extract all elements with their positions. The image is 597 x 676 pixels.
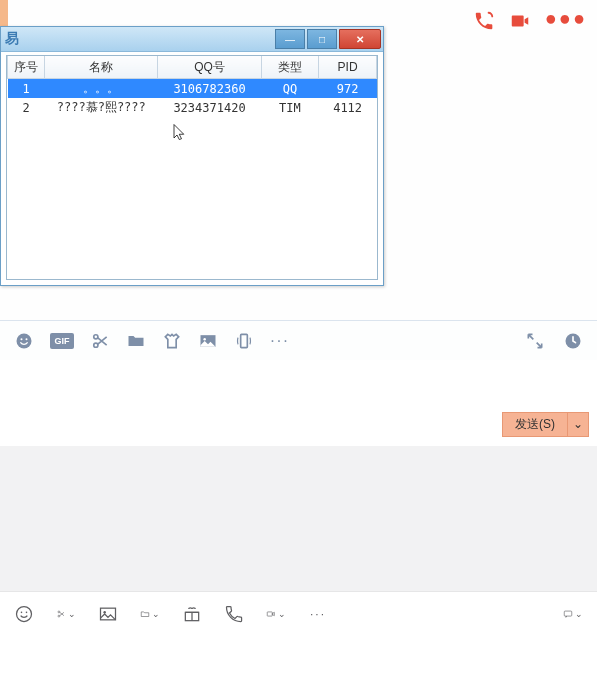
cell-name: ????慕?熙???? (45, 98, 158, 117)
chat-icon[interactable]: ⌄ (563, 604, 583, 624)
scissors-icon[interactable] (90, 331, 110, 351)
video-icon[interactable] (509, 10, 531, 35)
svg-point-6 (203, 338, 206, 341)
history-icon[interactable] (563, 331, 583, 351)
column-header[interactable]: 类型 (261, 56, 319, 79)
column-header[interactable]: QQ号 (158, 56, 261, 79)
cell-pid: 972 (319, 79, 377, 99)
column-header[interactable]: PID (319, 56, 377, 79)
bottom-toolbar: ⌄ ⌄ ⌄ ··· ⌄ (0, 591, 597, 636)
more-icon[interactable]: ··· (308, 604, 328, 624)
svg-rect-7 (241, 334, 248, 347)
send-dropdown[interactable]: ⌄ (567, 413, 588, 436)
svg-point-11 (26, 612, 28, 614)
editor-toolbar: GIF ··· (0, 320, 597, 360)
tshirt-icon[interactable] (162, 331, 182, 351)
expand-icon[interactable] (525, 331, 545, 351)
svg-point-0 (17, 333, 32, 348)
table-row[interactable]: 2????慕?熙????3234371420TIM4112 (8, 98, 377, 117)
svg-point-13 (58, 611, 60, 613)
cell-qq: 3106782360 (158, 79, 261, 99)
cell-pid: 4112 (319, 98, 377, 117)
cell-idx: 1 (8, 79, 45, 99)
svg-point-9 (17, 607, 32, 622)
folder-icon[interactable] (126, 331, 146, 351)
popup-window: 易 — □ ✕ 序号名称QQ号类型PID 1。。。3106782360QQ972… (0, 26, 384, 286)
svg-point-2 (26, 338, 28, 340)
close-button[interactable]: ✕ (339, 29, 381, 49)
svg-rect-17 (267, 612, 272, 616)
data-grid[interactable]: 序号名称QQ号类型PID 1。。。3106782360QQ9722????慕?熙… (6, 55, 378, 280)
phone-icon[interactable] (224, 604, 244, 624)
phone-shake-icon[interactable] (234, 331, 254, 351)
folder-icon[interactable]: ⌄ (140, 604, 160, 624)
emoji-icon[interactable] (14, 331, 34, 351)
scissors-icon[interactable]: ⌄ (56, 604, 76, 624)
phone-icon[interactable] (473, 10, 495, 35)
minimize-button[interactable]: — (275, 29, 305, 49)
svg-rect-18 (564, 611, 572, 616)
table-row[interactable]: 1。。。3106782360QQ972 (8, 79, 377, 99)
gift-icon[interactable] (182, 604, 202, 624)
column-header[interactable]: 名称 (45, 56, 158, 79)
cell-type: QQ (261, 79, 319, 99)
maximize-button[interactable]: □ (307, 29, 337, 49)
image-icon[interactable] (198, 331, 218, 351)
svg-point-12 (58, 615, 60, 617)
emoji-icon[interactable] (14, 604, 34, 624)
column-header[interactable]: 序号 (8, 56, 45, 79)
cell-type: TIM (261, 98, 319, 117)
lower-panel (0, 446, 597, 591)
more-icon[interactable]: ●●● (545, 13, 587, 35)
image-icon[interactable] (98, 604, 118, 624)
send-button[interactable]: 发送(S) ⌄ (502, 412, 589, 437)
cell-qq: 3234371420 (158, 98, 261, 117)
video-icon[interactable]: ⌄ (266, 604, 286, 624)
titlebar[interactable]: 易 — □ ✕ (1, 27, 383, 52)
app-logo-icon: 易 (5, 30, 21, 46)
gif-icon[interactable]: GIF (50, 333, 74, 349)
cell-name: 。。。 (45, 79, 158, 99)
svg-point-1 (21, 338, 23, 340)
cell-idx: 2 (8, 98, 45, 117)
svg-point-10 (21, 612, 23, 614)
more-icon[interactable]: ··· (270, 331, 290, 351)
